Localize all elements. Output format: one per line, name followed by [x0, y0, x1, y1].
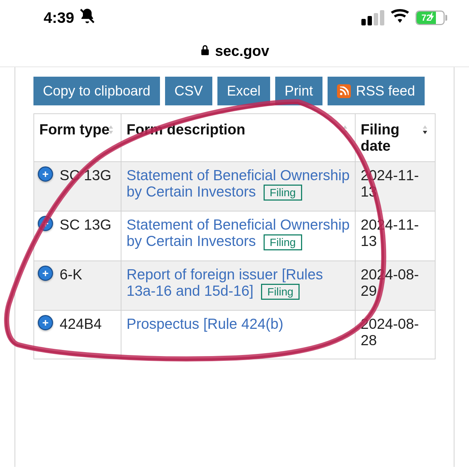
cell-form-description: Report of foreign issuer [Rules 13a-16 a… [121, 261, 355, 310]
cell-form-type: +6-K [34, 261, 121, 310]
action-buttons: Copy to clipboard CSV Excel Print RSS fe… [33, 77, 436, 105]
filing-badge[interactable]: Filing [264, 234, 302, 250]
cellular-signal-icon [361, 10, 384, 25]
charging-bolt-icon [429, 12, 434, 23]
form-type-text: 424B4 [60, 316, 102, 332]
status-right: 72 [361, 9, 447, 27]
copy-clipboard-button[interactable]: Copy to clipboard [33, 77, 160, 105]
table-row: +424B4Prospectus [Rule 424(b)2024-08-28 [34, 310, 435, 359]
rss-label: RSS feed [356, 83, 415, 99]
excel-button[interactable]: Excel [217, 77, 270, 105]
expand-row-button[interactable]: + [38, 266, 53, 281]
cell-form-type: +SC 13G [34, 211, 121, 261]
csv-button[interactable]: CSV [165, 77, 212, 105]
url-bar[interactable]: sec.gov [0, 32, 469, 67]
print-button[interactable]: Print [275, 77, 322, 105]
cell-form-description: Prospectus [Rule 424(b) [121, 310, 355, 359]
rss-icon [337, 84, 351, 98]
table-row: +SC 13GStatement of Beneficial Ownership… [34, 211, 435, 261]
filing-description-link[interactable]: Prospectus [Rule 424(b) [127, 316, 283, 332]
cell-filing-date: 2024-11-13 [355, 162, 435, 211]
form-type-text: SC 13G [60, 167, 111, 183]
expand-row-button[interactable]: + [38, 166, 53, 182]
bell-off-icon [79, 7, 96, 28]
header-form-type[interactable]: Form type [34, 114, 121, 162]
table-row: +6-KReport of foreign issuer [Rules 13a-… [34, 261, 435, 310]
cell-form-description: Statement of Beneficial Ownership by Cer… [121, 162, 355, 211]
filing-badge[interactable]: Filing [264, 185, 302, 201]
svg-point-1 [340, 93, 342, 95]
filing-description-link[interactable]: Statement of Beneficial Ownership by Cer… [127, 167, 350, 199]
url-domain: sec.gov [215, 43, 269, 59]
battery-indicator: 72 [416, 11, 447, 25]
form-type-text: SC 13G [60, 217, 111, 233]
sort-icon [105, 122, 116, 138]
filing-badge[interactable]: Filing [261, 284, 300, 300]
header-form-description[interactable]: Form description [121, 114, 355, 162]
sort-desc-icon [420, 122, 430, 138]
cell-filing-date: 2024-08-29 [355, 261, 435, 310]
cell-filing-date: 2024-11-13 [355, 211, 435, 261]
cell-filing-date: 2024-08-28 [355, 310, 435, 359]
filings-table: Form type Form description Filing date [33, 113, 436, 359]
wifi-icon [391, 9, 409, 27]
sort-icon [340, 122, 350, 138]
cell-form-type: +SC 13G [34, 162, 121, 211]
form-type-text: 6-K [60, 266, 82, 282]
header-filing-date[interactable]: Filing date [355, 114, 435, 162]
table-row: +SC 13GStatement of Beneficial Ownership… [34, 162, 435, 211]
cell-form-type: +424B4 [34, 310, 121, 359]
cell-form-description: Statement of Beneficial Ownership by Cer… [121, 211, 355, 261]
status-bar: 4:39 72 [0, 0, 469, 32]
rss-feed-button[interactable]: RSS feed [328, 77, 425, 105]
time-label: 4:39 [44, 9, 74, 27]
lock-icon [200, 43, 210, 59]
expand-row-button[interactable]: + [38, 315, 53, 330]
expand-row-button[interactable]: + [38, 216, 53, 231]
filing-description-link[interactable]: Statement of Beneficial Ownership by Cer… [127, 217, 350, 249]
status-left: 4:39 [18, 7, 96, 28]
